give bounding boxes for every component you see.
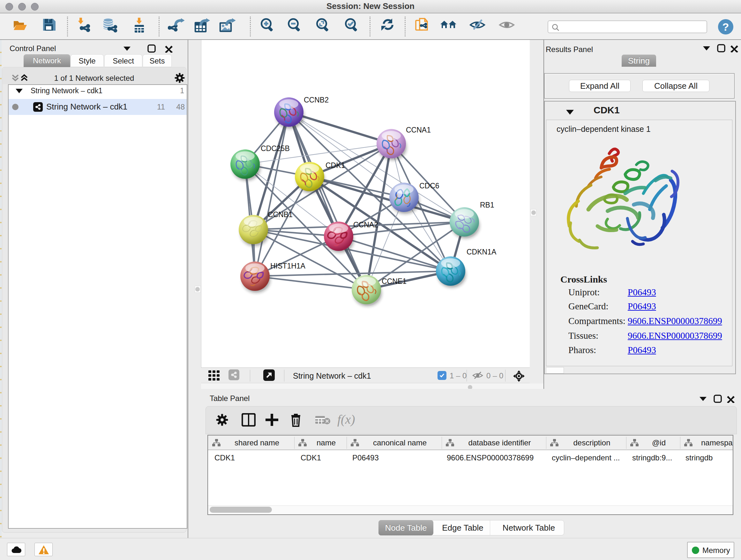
svg-text:CCNA2: CCNA2 bbox=[353, 221, 378, 229]
svg-text:CCNE1: CCNE1 bbox=[382, 277, 407, 286]
svg-text:HIST1H1A: HIST1H1A bbox=[270, 262, 306, 270]
svg-text:CDC25B: CDC25B bbox=[261, 144, 290, 152]
svg-text:CCNB1: CCNB1 bbox=[268, 210, 293, 219]
svg-text:RB1: RB1 bbox=[480, 201, 494, 209]
svg-text:CCNB2: CCNB2 bbox=[304, 96, 329, 104]
svg-text:CCNA1: CCNA1 bbox=[406, 126, 431, 134]
svg-text:CDC6: CDC6 bbox=[419, 182, 440, 190]
svg-text:CDKN1A: CDKN1A bbox=[467, 248, 496, 256]
svg-text:CDK1: CDK1 bbox=[326, 161, 345, 170]
